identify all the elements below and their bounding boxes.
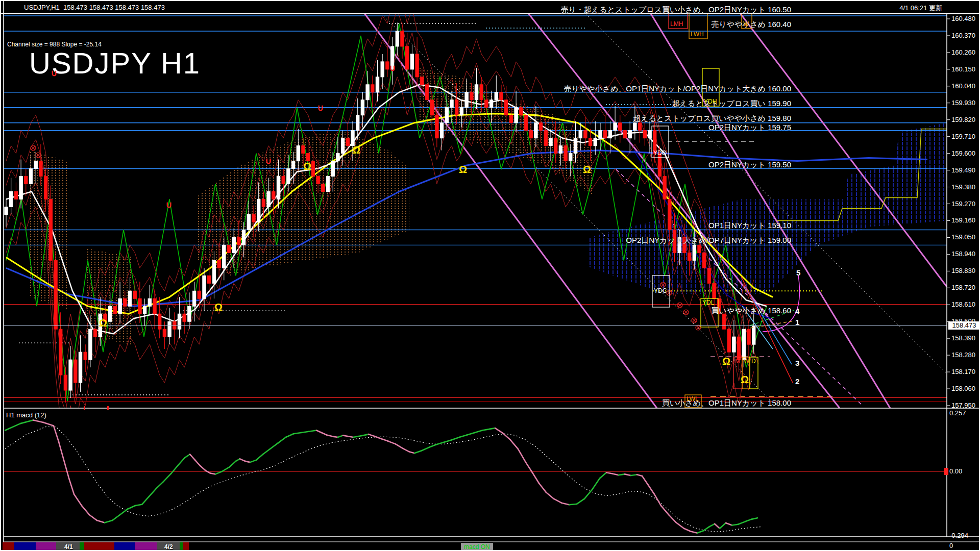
buy-horseshoe-icon: Ω (741, 374, 749, 386)
sell-horseshoe-icon: ∪ (317, 103, 324, 113)
macd-line-seg (369, 434, 375, 436)
macd-line-seg (316, 431, 322, 433)
price-axis-label: 158.280 (951, 351, 975, 359)
candle-body (396, 31, 399, 46)
candle-body (336, 154, 339, 161)
candle-body (168, 321, 171, 337)
candle-body (460, 108, 463, 115)
candle-body (658, 154, 661, 177)
candle-body (262, 199, 265, 207)
session-segment (135, 542, 157, 550)
macd-line-seg (222, 467, 230, 471)
candle-body (445, 108, 448, 123)
macd-line-seg (142, 496, 149, 505)
macd-line-seg (518, 449, 526, 462)
candle-body (217, 260, 220, 268)
price-annotation: OP2日NYカット 159.50 (708, 160, 791, 170)
current-price-tag: 158.473 (948, 321, 980, 330)
candle-body (599, 131, 602, 138)
candle-body (366, 85, 369, 100)
candle-body (579, 131, 582, 138)
candle-body (415, 54, 419, 77)
buy-horseshoe-icon: Ω (583, 164, 591, 176)
macd-line-seg (709, 524, 715, 527)
sell-horseshoe-icon: ∪ (51, 68, 57, 79)
buy-horseshoe-icon: Ω (352, 144, 360, 156)
buy-horseshoe-icon: Ω (459, 164, 467, 176)
macd-line-seg (381, 439, 388, 441)
order-marker (692, 318, 697, 323)
macd-line-seg (637, 474, 642, 476)
candle-body (89, 329, 92, 360)
price-annotation: 売り・超えるとストップロス買い小さめ、OP2日NYカット 160.50 (560, 5, 791, 15)
candle-body (163, 329, 166, 337)
range-box-label: LWL (687, 395, 699, 403)
macd-line-seg (338, 435, 343, 437)
candle-body (316, 177, 320, 184)
candle-body (212, 260, 215, 283)
price-axis-label: 160.260 (951, 48, 975, 56)
order-marker (31, 145, 36, 151)
macd-line-seg (20, 420, 33, 423)
session-segment (3, 542, 14, 550)
candle-body (410, 54, 413, 69)
candle-body (113, 306, 116, 314)
price-chart-canvas[interactable] (1, 1, 980, 551)
candle-body (608, 131, 611, 138)
candle-body (178, 314, 181, 329)
candle-body (544, 131, 547, 146)
macd-line-seg (309, 431, 316, 432)
candle-body (232, 237, 235, 253)
candle-body (192, 291, 195, 306)
macd-line-seg (490, 428, 495, 429)
sell-horseshoe-icon: ∪ (166, 199, 172, 210)
candle-body (133, 291, 136, 298)
buy-horseshoe-icon: Ω (722, 356, 730, 367)
range-box-label: YDL (702, 299, 714, 306)
session-segment (36, 542, 56, 550)
candle-body (509, 115, 512, 123)
candle-body (569, 154, 572, 161)
macd-line-seg (271, 443, 278, 448)
macd-line-seg (612, 473, 619, 475)
macd-line-seg (230, 461, 236, 467)
macd-line-seg (200, 466, 205, 470)
macd-line-seg (190, 454, 195, 460)
candle-body (44, 177, 47, 199)
sell-horseshoe-icon: ∪ (265, 156, 272, 166)
macd-toggle-button[interactable]: macd ON (461, 543, 493, 551)
macd-line-seg (195, 460, 200, 466)
price-axis-label: 159.820 (951, 116, 975, 123)
macd-line-seg (82, 506, 89, 515)
macd-line-seg (459, 435, 467, 437)
price-axis-label: 157.950 (951, 402, 975, 409)
macd-line-seg (661, 506, 669, 515)
buy-horseshoe-icon: Ω (214, 302, 223, 313)
price-annotation: OP1日NYカット 159.10 (708, 221, 791, 231)
macd-line-seg (54, 426, 59, 442)
macd-indicator-label: H1 macd (12) (6, 411, 46, 419)
candle-body (732, 337, 736, 352)
price-axis-label: 160.480 (951, 15, 975, 22)
candle-body (84, 352, 87, 360)
candle-body (297, 146, 300, 161)
macd-line-seg (128, 506, 135, 509)
macd-line-seg (600, 472, 606, 478)
macd-line-seg (163, 473, 171, 482)
candle-body (59, 329, 62, 375)
candle-body (614, 123, 617, 131)
price-axis-label: 158.170 (951, 368, 975, 375)
candle-body (79, 352, 82, 383)
macd-line-seg (97, 520, 105, 522)
candle-body (475, 85, 478, 100)
macd-line-seg (592, 478, 600, 489)
candle-body (124, 298, 127, 306)
candle-body (485, 100, 488, 108)
candle-body (440, 123, 443, 138)
candle-body (237, 237, 240, 245)
macd-line-seg (503, 433, 510, 440)
candle-body (322, 184, 325, 192)
date-label: 4/1 (64, 543, 73, 550)
order-marker (683, 310, 689, 315)
buy-horseshoe-icon: Ω (99, 317, 107, 329)
